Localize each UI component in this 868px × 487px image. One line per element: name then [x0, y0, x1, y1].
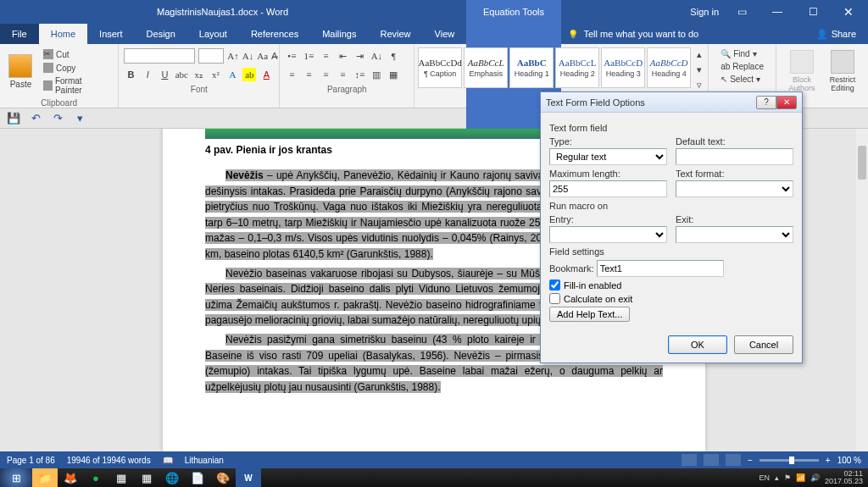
zoom-in-button[interactable]: + — [826, 456, 831, 465]
numbering-button[interactable]: 1≡ — [302, 49, 315, 63]
shrink-font-button[interactable]: A↓ — [242, 49, 253, 63]
save-button[interactable]: 💾 — [7, 112, 20, 125]
fillin-checkbox[interactable] — [549, 279, 560, 291]
dialog-help-button[interactable]: ? — [756, 96, 776, 109]
cancel-button[interactable]: Cancel — [734, 335, 793, 354]
line-spacing-button[interactable]: ↕≡ — [353, 68, 366, 81]
taskbar-word[interactable]: W — [236, 468, 261, 487]
multilevel-button[interactable]: ≡ — [319, 49, 332, 63]
borders-button[interactable]: ▦ — [387, 68, 400, 81]
zoom-out-button[interactable]: − — [748, 456, 753, 465]
styles-more-button[interactable]: ▿ — [693, 78, 706, 91]
type-select[interactable]: Regular text — [549, 148, 667, 165]
taskbar-explorer[interactable]: 📁 — [32, 468, 58, 487]
max-length-input[interactable] — [549, 180, 667, 197]
copy-button[interactable]: Copy — [40, 62, 109, 74]
scrollbar-thumb[interactable] — [858, 146, 866, 180]
word-count[interactable]: 19946 of 19946 words — [67, 456, 151, 465]
print-layout-button[interactable] — [704, 454, 719, 466]
style-emphasis[interactable]: AaBbCcLEmphasis — [464, 47, 508, 88]
align-left-button[interactable]: ≡ — [285, 68, 298, 81]
default-text-input[interactable] — [676, 148, 793, 165]
font-family-select[interactable] — [124, 48, 195, 64]
style-heading1[interactable]: AaBbCHeading 1 — [509, 47, 554, 88]
show-marks-button[interactable]: ¶ — [387, 49, 400, 63]
sign-in-link[interactable]: Sign in — [690, 7, 719, 17]
taskbar-firefox[interactable]: 🦊 — [58, 468, 83, 487]
style-caption[interactable]: AaBbCcDd¶ Caption — [418, 47, 462, 88]
redo-button[interactable]: ↷ — [51, 112, 64, 125]
tray-volume-icon[interactable]: 🔊 — [810, 473, 820, 482]
align-center-button[interactable]: ≡ — [302, 68, 315, 81]
justify-button[interactable]: ≡ — [336, 68, 349, 81]
calc-checkbox[interactable] — [549, 293, 560, 304]
text-effects-button[interactable]: A — [225, 68, 239, 81]
italic-button[interactable]: I — [141, 68, 154, 81]
close-button[interactable]: ✕ — [836, 5, 861, 19]
styles-up-button[interactable]: ▴ — [693, 47, 706, 61]
style-heading4[interactable]: AaBbCcDHeading 4 — [647, 47, 691, 88]
zoom-level[interactable]: 100 % — [837, 456, 861, 465]
grow-font-button[interactable]: A↑ — [227, 49, 238, 63]
paste-button[interactable]: Paste — [5, 47, 36, 96]
clear-formatting-button[interactable]: A̶ — [271, 49, 278, 63]
change-case-button[interactable]: Aa — [257, 49, 268, 63]
tray-network-icon[interactable]: 📶 — [796, 473, 805, 482]
fillin-checkbox-row[interactable]: Fill-in enabled — [549, 279, 793, 291]
style-heading2[interactable]: AaBbCcLHeading 2 — [555, 47, 599, 88]
tab-view[interactable]: View — [423, 24, 467, 44]
restrict-editing-button[interactable]: Restrict Editing — [822, 47, 863, 96]
add-help-text-button[interactable]: Add Help Text... — [549, 307, 630, 322]
taskbar-app2[interactable]: ▦ — [134, 468, 159, 487]
share-button[interactable]: 👤Share — [804, 24, 868, 44]
taskbar-paint[interactable]: 🎨 — [210, 468, 236, 487]
replace-button[interactable]: abReplace — [717, 61, 767, 72]
subscript-button[interactable]: x₂ — [192, 68, 205, 81]
font-color-button[interactable]: A — [259, 68, 273, 81]
ribbon-options-icon[interactable]: ▭ — [729, 6, 754, 18]
align-right-button[interactable]: ≡ — [319, 68, 332, 81]
dialog-titlebar[interactable]: Text Form Field Options ? ✕ — [541, 92, 802, 113]
format-painter-button[interactable]: Format Painter — [40, 75, 109, 96]
strike-button[interactable]: abc — [175, 68, 188, 81]
web-layout-button[interactable] — [726, 454, 741, 466]
entry-macro-select[interactable] — [549, 226, 667, 243]
sort-button[interactable]: A↓ — [370, 49, 383, 63]
zoom-slider[interactable] — [760, 459, 819, 462]
bullets-button[interactable]: •≡ — [285, 49, 298, 63]
taskbar-chrome[interactable]: 🌐 — [159, 468, 185, 487]
bookmark-input[interactable] — [597, 260, 724, 277]
underline-button[interactable]: U — [158, 68, 171, 81]
highlight-button[interactable]: ab — [242, 68, 256, 81]
dialog-close-button[interactable]: ✕ — [776, 96, 797, 109]
tab-insert[interactable]: Insert — [87, 24, 135, 44]
select-button[interactable]: ↖Select ▾ — [717, 74, 767, 85]
find-button[interactable]: 🔍Find ▾ — [717, 48, 767, 59]
minimize-button[interactable]: — — [765, 6, 790, 18]
block-authors-button[interactable]: Block Authors — [782, 47, 822, 96]
spellcheck-icon[interactable]: 📖 — [163, 456, 173, 465]
shading-button[interactable]: ▥ — [370, 68, 383, 81]
exit-macro-select[interactable] — [676, 226, 793, 243]
taskbar-spotify[interactable]: ● — [83, 468, 108, 487]
taskbar-app1[interactable]: ▦ — [108, 468, 134, 487]
tab-file[interactable]: File — [0, 24, 39, 44]
page-indicator[interactable]: Page 1 of 86 — [7, 456, 55, 465]
tab-mailings[interactable]: Mailings — [310, 24, 368, 44]
cut-button[interactable]: ✂Cut — [40, 48, 109, 60]
tab-layout[interactable]: Layout — [187, 24, 239, 44]
ok-button[interactable]: OK — [668, 335, 727, 354]
vertical-scrollbar[interactable] — [856, 129, 868, 451]
superscript-button[interactable]: x² — [209, 68, 222, 81]
language-indicator[interactable]: Lithuanian — [185, 456, 224, 465]
tray-lang[interactable]: EN — [759, 473, 770, 482]
tab-design[interactable]: Design — [135, 24, 187, 44]
maximize-button[interactable]: ☐ — [800, 6, 826, 18]
tray-show-hidden-icon[interactable]: ▴ — [775, 473, 779, 482]
tab-review[interactable]: Review — [369, 24, 423, 44]
taskbar-app3[interactable]: 📄 — [185, 468, 210, 487]
bold-button[interactable]: B — [124, 68, 137, 81]
qat-customize-button[interactable]: ▾ — [73, 112, 86, 125]
font-size-select[interactable] — [198, 48, 224, 64]
undo-button[interactable]: ↶ — [29, 112, 42, 125]
